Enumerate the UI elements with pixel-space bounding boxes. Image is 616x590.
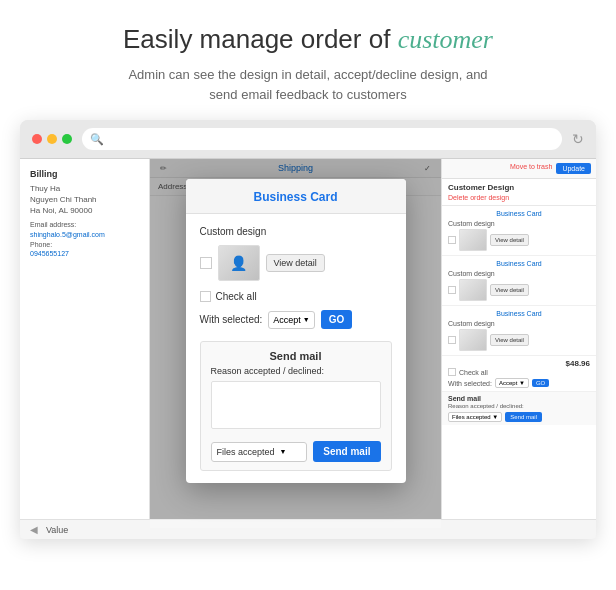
reason-textarea[interactable] (211, 381, 381, 429)
right-send-mail-section: Send mail Reason accepted / declined: Fi… (442, 392, 596, 425)
main-title: Easily manage order of customer (40, 24, 576, 55)
files-accepted-select[interactable]: Files accepted ▼ (211, 442, 308, 462)
right-go-button[interactable]: GO (532, 379, 549, 387)
browser-search-bar[interactable]: 🔍 (82, 128, 562, 150)
modal-dialog: Business Card Custom design 👤 View detai… (186, 179, 406, 483)
customer-design-label: Customer Design (448, 183, 590, 192)
browser-content: Billing Thuy HaNguyen Chi ThanhHa Noi, A… (20, 159, 596, 519)
email-address-label: Email address: (30, 221, 139, 228)
modal-header: Business Card (186, 179, 406, 214)
design-checkbox[interactable] (200, 257, 212, 269)
accept-select[interactable]: Accept ▼ (268, 311, 314, 329)
with-selected-label: With selected: (200, 314, 263, 325)
phone-label: Phone: (30, 241, 139, 248)
delete-order-design-link[interactable]: Delete order design (448, 194, 590, 201)
browser-dots (32, 134, 72, 144)
header-section: Easily manage order of customer Admin ca… (0, 0, 616, 120)
right-files-select[interactable]: Files accepted ▼ (448, 412, 502, 422)
right-view-detail-btn-3[interactable]: View detail (490, 334, 529, 346)
right-top-bar: Move to trash Update (442, 159, 596, 179)
move-to-trash-link[interactable]: Move to trash (510, 163, 552, 174)
modal-body: Custom design 👤 View detail Check all (186, 214, 406, 483)
right-checkbox-2[interactable] (448, 286, 456, 294)
right-item-1-title: Business Card (448, 210, 590, 217)
subtitle: Admin can see the design in detail, acce… (40, 65, 576, 104)
right-view-detail-btn-2[interactable]: View detail (490, 284, 529, 296)
right-item-3: Business Card Custom design View detail (442, 306, 596, 356)
refresh-icon[interactable]: ↻ (572, 131, 584, 147)
mail-actions: Files accepted ▼ Send mail (211, 441, 381, 462)
right-checkbox-1[interactable] (448, 236, 456, 244)
custom-design-label: Custom design (200, 226, 392, 237)
billing-phone[interactable]: 0945655127 (30, 250, 139, 257)
go-button[interactable]: GO (321, 310, 353, 329)
right-send-mail-button[interactable]: Send mail (505, 412, 542, 422)
design-row: 👤 View detail (200, 245, 392, 281)
send-mail-section: Send mail Reason accepted / declined: Fi… (200, 341, 392, 471)
right-item-2-label: Custom design (448, 270, 590, 277)
right-item-3-label: Custom design (448, 320, 590, 327)
billing-email[interactable]: shinghalo.5@gmail.com (30, 231, 139, 238)
dot-yellow[interactable] (47, 134, 57, 144)
send-mail-button[interactable]: Send mail (313, 441, 380, 462)
right-files-row: Files accepted ▼ Send mail (448, 412, 590, 422)
right-accept-row: With selected: Accept ▼ GO (448, 378, 590, 388)
right-check-row: Check all (448, 368, 590, 376)
title-cursive: customer (398, 25, 493, 54)
right-price-section: $48.96 Check all With selected: Accept ▼… (442, 356, 596, 392)
design-thumbnail: 👤 (218, 245, 260, 281)
value-label: Value (46, 525, 68, 535)
files-dropdown-arrow-icon: ▼ (280, 448, 287, 455)
title-start: Easily manage order of (123, 24, 390, 54)
files-accepted-text: Files accepted (217, 447, 275, 457)
search-icon: 🔍 (90, 133, 104, 146)
right-item-1: Business Card Custom design View detail (442, 206, 596, 256)
billing-name: Thuy HaNguyen Chi ThanhHa Noi, AL 90000 (30, 183, 139, 217)
accept-option: Accept (273, 315, 301, 325)
right-check-all-checkbox[interactable] (448, 368, 456, 376)
dot-red[interactable] (32, 134, 42, 144)
right-thumbnail-1 (459, 229, 487, 251)
right-with-selected-label: With selected: (448, 380, 492, 387)
right-item-1-label: Custom design (448, 220, 590, 227)
center-content: ✏ Shipping ✓ Address: Business Card Cust… (150, 159, 441, 519)
view-detail-button[interactable]: View detail (266, 254, 325, 272)
right-checkbox-3[interactable] (448, 336, 456, 344)
right-item-2-row: View detail (448, 279, 590, 301)
arrow-left-icon[interactable]: ◀ (30, 524, 38, 535)
right-send-mail-title: Send mail (448, 395, 590, 402)
price-display: $48.96 (448, 359, 590, 368)
right-check-all-label: Check all (459, 369, 488, 376)
dot-green[interactable] (62, 134, 72, 144)
update-button-right[interactable]: Update (556, 163, 591, 174)
send-mail-title: Send mail (211, 350, 381, 362)
browser-toolbar: 🔍 ↻ (20, 120, 596, 159)
right-accept-select[interactable]: Accept ▼ (495, 378, 529, 388)
modal-overlay: Business Card Custom design 👤 View detai… (150, 159, 441, 519)
browser-window: 🔍 ↻ Billing Thuy HaNguyen Chi ThanhHa No… (20, 120, 596, 539)
modal-title: Business Card (253, 190, 337, 204)
left-sidebar: Billing Thuy HaNguyen Chi ThanhHa Noi, A… (20, 159, 150, 519)
check-all-checkbox[interactable] (200, 291, 211, 302)
right-item-2: Business Card Custom design View detail (442, 256, 596, 306)
with-selected-row: With selected: Accept ▼ GO (200, 310, 392, 329)
right-item-3-row: View detail (448, 329, 590, 351)
check-all-row: Check all (200, 291, 392, 302)
right-view-detail-btn-1[interactable]: View detail (490, 234, 529, 246)
right-thumbnail-2 (459, 279, 487, 301)
customer-design-header: Customer Design Delete order design (442, 179, 596, 206)
right-item-1-row: View detail (448, 229, 590, 251)
check-all-label: Check all (216, 291, 257, 302)
reason-label: Reason accepted / declined: (211, 366, 381, 376)
billing-label: Billing (30, 169, 139, 179)
right-item-2-title: Business Card (448, 260, 590, 267)
right-thumbnail-3 (459, 329, 487, 351)
dropdown-arrow-icon: ▼ (303, 316, 310, 323)
right-panel: Move to trash Update Customer Design Del… (441, 159, 596, 519)
right-item-3-title: Business Card (448, 310, 590, 317)
right-reason-label: Reason accepted / declined: (448, 403, 590, 409)
